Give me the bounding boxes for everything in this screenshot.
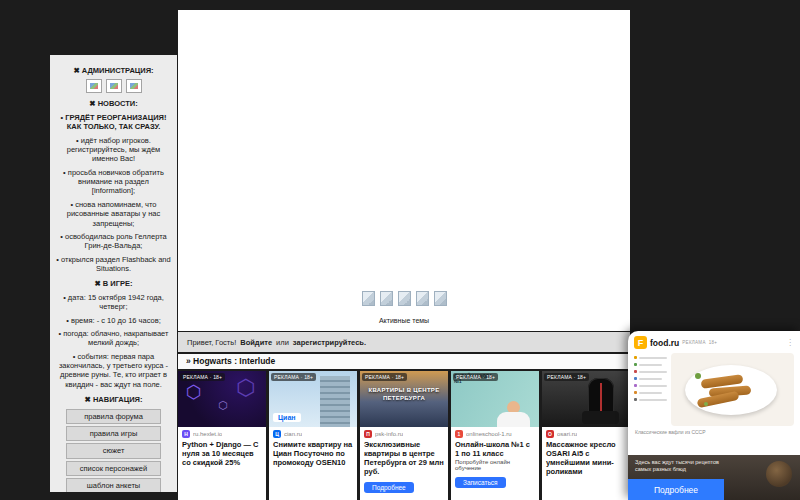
- ad-domain: onlineschool-1.ru: [466, 431, 512, 437]
- food-photo: [671, 353, 794, 426]
- hexagon-decor: ⬡: [218, 399, 228, 412]
- food-ad-preview: [628, 352, 800, 426]
- osari-favicon-icon: O: [546, 430, 554, 438]
- mini-menu-line: [634, 370, 667, 373]
- ad-domain: ru.hexlet.io: [193, 431, 222, 437]
- mini-menu-line: [634, 377, 667, 380]
- greeting-bar: Привет, Гость! Войдите или зарегистрируй…: [178, 332, 630, 352]
- ad-domain: cian.ru: [284, 431, 302, 437]
- sidebar-item-game-rules[interactable]: правила игры: [66, 426, 161, 441]
- food-ad-tagline: Здесь вас ждут тысячи рецептов самых раз…: [628, 455, 735, 474]
- food-ru-logo-icon: F: [634, 336, 647, 349]
- massage-chair-decor: [582, 411, 619, 424]
- broken-image-icon[interactable]: [126, 79, 142, 93]
- ad-badge: РЕКЛАМА · 18+: [271, 373, 316, 381]
- mini-menu-line: [634, 384, 667, 387]
- ad-banner-hexlet[interactable]: РЕКЛАМА · 18+ ⬡ ⬡ ⬡ H ru.hexlet.io Pytho…: [178, 371, 266, 500]
- kebab-menu-icon[interactable]: ⋮: [786, 338, 794, 347]
- ad-title: Массажное кресло OSARI Ai5 с умнейшими м…: [542, 439, 630, 476]
- sidebar-item-characters[interactable]: список персонажей: [66, 461, 161, 476]
- school-favicon-icon: 1: [455, 430, 463, 438]
- active-topics-link[interactable]: Активные темы: [178, 317, 630, 324]
- admin-avatars: [54, 79, 173, 93]
- greeting-text: Привет, Гость!: [187, 338, 236, 347]
- cian-favicon-icon: Ц: [273, 430, 281, 438]
- ad-domain: psk-info.ru: [375, 431, 403, 437]
- ad-banner-psk[interactable]: РЕКЛАМА · 18+ КВАРТИРЫ В ЦЕНТРЕ ПЕТЕРБУР…: [360, 371, 448, 500]
- food-ad-age-badge: 18+: [709, 340, 718, 345]
- board-title[interactable]: » Hogwarts : Interlude: [178, 354, 630, 369]
- food-ad-more-button[interactable]: Подробнее: [628, 479, 724, 500]
- person-decor: [497, 412, 530, 427]
- partner-banner-thumb[interactable]: [380, 291, 393, 306]
- psk-favicon-icon: П: [364, 430, 372, 438]
- nav-section-header: ✖ НАВИГАЦИЯ:: [54, 395, 173, 404]
- forum-main-area: Активные темы: [178, 10, 630, 331]
- broken-image-icon[interactable]: [86, 79, 102, 93]
- news-section-header: ✖ НОВОСТИ:: [54, 99, 173, 108]
- ad-badge: РЕКЛАМА · 18+: [362, 373, 407, 381]
- ad-subtitle: Попробуйте онлайн обучение: [451, 458, 539, 471]
- food-ad-brand: food.ru: [650, 338, 679, 348]
- sidebar-item-application-template[interactable]: шаблон анкеты: [66, 478, 161, 492]
- ingame-item: • время: - с 10 до 16 часов;: [56, 316, 171, 325]
- forum-sidebar: ✖ АДМИНИСТРАЦИЯ: ✖ НОВОСТИ: • ГРЯДЁТ РЕО…: [50, 55, 177, 492]
- admin-section-header: ✖ АДМИНИСТРАЦИЯ:: [54, 66, 173, 75]
- ad-domain: osari.ru: [557, 431, 577, 437]
- dish-decor: [766, 461, 792, 487]
- food-ru-overlay-ad[interactable]: F food.ru РЕКЛАМА 18+ ⋮ Классические ваф…: [628, 331, 800, 500]
- ingame-item: • события: первая пара закончилась, у тр…: [56, 352, 171, 390]
- ad-badge: РЕКЛАМА · 18+: [544, 373, 589, 381]
- hexagon-decor: ⬡: [236, 375, 255, 401]
- food-ad-header: F food.ru РЕКЛАМА 18+ ⋮: [628, 331, 800, 352]
- ingame-item: • погода: облачно, накрапывает мелкий до…: [56, 329, 171, 348]
- sidebar-item-plot[interactable]: сюжет: [66, 443, 161, 458]
- news-item: • открылся раздел Flashback and Situatio…: [56, 255, 171, 274]
- mini-menu-line: [634, 363, 667, 366]
- ad-banner-row: РЕКЛАМА · 18+ ⬡ ⬡ ⬡ H ru.hexlet.io Pytho…: [178, 371, 630, 500]
- ad-cta-button[interactable]: Подробнее: [364, 482, 414, 493]
- ingame-item: • дата: 15 октября 1942 года, четверг;: [56, 293, 171, 312]
- ad-title: Python + Django — С нуля за 10 месяцев с…: [178, 439, 266, 467]
- partner-banner-thumb[interactable]: [434, 291, 447, 306]
- ad-title: Снимите квартиру на Циан Посуточно по пр…: [269, 439, 357, 467]
- news-item: • просьба новичков обратить внимание на …: [56, 168, 171, 196]
- greeting-or: или: [276, 338, 289, 347]
- mini-menu-line: [634, 398, 667, 401]
- ad-title: Эксклюзивные квартиры в центре Петербург…: [360, 439, 448, 476]
- food-photo-caption: Классические вафли из СССР: [628, 426, 800, 435]
- garnish-decor: [695, 373, 701, 379]
- register-link[interactable]: зарегистрируйтесь.: [293, 338, 366, 347]
- ad-image-overlay-text: КВАРТИРЫ В ЦЕНТРЕ ПЕТЕРБУРГА: [360, 387, 448, 403]
- ad-cta-button[interactable]: Записаться: [455, 477, 506, 488]
- ad-badge: РЕКЛАМА · 18+: [453, 373, 498, 381]
- partner-banner-thumb[interactable]: [416, 291, 429, 306]
- mini-menu-line: [634, 356, 667, 359]
- ad-badge: РЕКЛАМА · 18+: [180, 373, 225, 381]
- news-item: • снова напоминаем, что рисованные авата…: [56, 200, 171, 228]
- hexlet-favicon-icon: H: [182, 430, 190, 438]
- ingame-section-header: ✖ В ИГРЕ:: [54, 279, 173, 288]
- partner-banner-thumb[interactable]: [398, 291, 411, 306]
- broken-image-icon[interactable]: [106, 79, 122, 93]
- food-ad-label: РЕКЛАМА: [682, 340, 705, 345]
- hexagon-decor: ⬡: [186, 381, 202, 403]
- ad-banner-onlineschool[interactable]: РЕКЛАМА · 18+ ОНЛАЙН-ШКОЛА №1 1 onlinesc…: [451, 371, 539, 500]
- news-item: • ГРЯДЁТ РЕОРГАНИЗАЦИЯ! КАК ТОЛЬКО, ТАК …: [56, 113, 171, 132]
- cian-logo: Циан: [273, 413, 301, 422]
- login-link[interactable]: Войдите: [240, 338, 272, 347]
- mini-site-menu: [634, 353, 667, 426]
- building-decor: [320, 376, 350, 427]
- massage-chair-decor: [600, 383, 602, 413]
- partner-banner-row: [178, 291, 630, 306]
- ad-title: Онлайн-школа №1 с 1 по 11 класс: [451, 439, 539, 458]
- partner-banner-thumb[interactable]: [362, 291, 375, 306]
- news-item: • идёт набор игроков. регистрируйтесь, м…: [56, 136, 171, 164]
- ad-banner-cian[interactable]: РЕКЛАМА · 18+ Циан Ц cian.ru Снимите ква…: [269, 371, 357, 500]
- sidebar-item-forum-rules[interactable]: правила форума: [66, 409, 161, 424]
- news-item: • освободилась роль Геллерта Грин-де-Вал…: [56, 232, 171, 251]
- mini-menu-line: [634, 391, 667, 394]
- ad-banner-osari[interactable]: РЕКЛАМА · 18+ O osari.ru Массажное кресл…: [542, 371, 630, 500]
